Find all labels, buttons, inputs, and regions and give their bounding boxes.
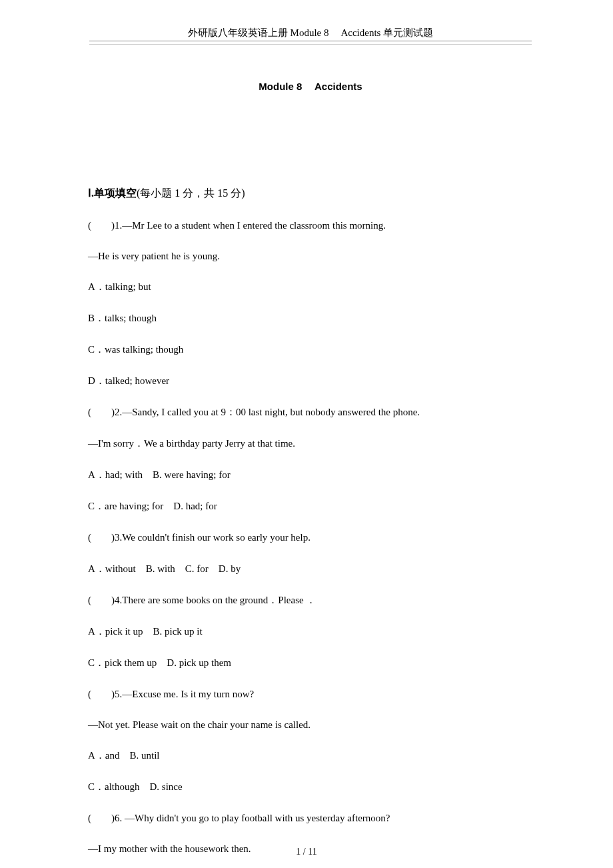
option-line: C．are having; for D. had; for [88, 500, 533, 513]
question-text: There are some books on the ground．Pleas… [122, 595, 306, 605]
header-text: 外研版八年级英语上册 Module 8 Accidents 单元测试题 [188, 27, 433, 38]
question-number: ( )6. [88, 813, 122, 823]
option-line: A．had; with B. were having; for [88, 469, 533, 481]
option-text: B．talks; though [88, 313, 157, 323]
option-line: C．pick them up D. pick up them [88, 657, 533, 669]
section-1-title: Ⅰ.单项填空(每小题 1 分，共 15 分) [88, 187, 533, 201]
question-1-prompt: ( )1.—Mr Lee to a student when I entered… [88, 219, 533, 232]
option-text: A．without B. with C. for D. by [88, 563, 241, 574]
section-1-scoring: (每小题 1 分，共 15 分) [137, 187, 245, 199]
question-5-line2: —Not yet. Please wait on the chair your … [88, 719, 533, 731]
option-d: D．talked; however [88, 375, 533, 387]
option-text: D．talked; however [88, 375, 169, 386]
question-number: ( )3. [88, 532, 122, 543]
option-line: A．pick it up B. pick up it [88, 625, 533, 638]
question-text: We couldn't finish our work so early [122, 532, 270, 543]
question-text: —Mr Lee [122, 220, 164, 231]
option-line: A．and B. until [88, 749, 533, 762]
option-text: A．pick it up B. pick up it [88, 626, 203, 637]
module-title: Module 8 Accidents [88, 81, 533, 93]
page: 外研版八年级英语上册 Module 8 Accidents 单元测试题 Modu… [0, 0, 613, 868]
question-text: —I'm sorry．We [88, 438, 159, 449]
option-text: A．and B. until [88, 750, 160, 761]
question-number: ( )1. [88, 220, 122, 231]
question-text: he is young. [171, 251, 220, 261]
question-4-prompt: ( )4.There are some books on the ground．… [88, 594, 533, 607]
page-number: 1 / 11 [296, 847, 316, 857]
header-rule-2 [89, 44, 532, 45]
option-a: A．talking; but [88, 281, 533, 293]
question-text: your help. [270, 532, 310, 543]
question-6-prompt: ( )6. —Why didn't you go to play footbal… [88, 812, 533, 825]
question-text: ． [306, 595, 316, 605]
option-line: A．without B. with C. for D. by [88, 563, 533, 575]
header-rule [89, 41, 532, 41]
option-line: C．although D. since [88, 781, 533, 793]
question-1-line2: —He is very patient he is young. [88, 251, 533, 262]
question-text: to a student when I entered the classroo… [165, 220, 386, 231]
option-text: A．had; with B. were having; for [88, 469, 231, 480]
question-text: —Why didn't you go to play football with… [122, 813, 390, 823]
option-text: C．pick them up D. pick up them [88, 657, 231, 668]
question-3-prompt: ( )3.We couldn't finish our work so earl… [88, 531, 533, 544]
title-text: Module 8 Accidents [259, 81, 362, 92]
question-text: —Excuse me. Is it my turn now? [122, 689, 254, 699]
option-b: B．talks; though [88, 312, 533, 325]
question-text: a birthday party [159, 438, 225, 449]
question-2-prompt: ( )2.—Sandy, I called you at 9：00 last n… [88, 406, 533, 419]
question-number: ( )5. [88, 689, 122, 699]
question-text: —Not yet. Please wait on the chair [88, 719, 230, 730]
question-number: ( )4. [88, 595, 122, 605]
page-footer: 1 / 11 [0, 847, 613, 857]
option-text: C．although D. since [88, 781, 183, 792]
option-c: C．was talking; though [88, 343, 533, 356]
page-header: 外研版八年级英语上册 Module 8 Accidents 单元测试题 [88, 27, 533, 39]
question-5-prompt: ( )5.—Excuse me. Is it my turn now? [88, 688, 533, 701]
option-text: C．was talking; though [88, 344, 183, 355]
question-text: —He is very patient [88, 251, 171, 261]
option-text: C．are having; for D. had; for [88, 501, 217, 511]
question-text: —Sandy, I called you at 9：00 last night,… [122, 407, 420, 417]
option-text: A．talking; but [88, 281, 151, 292]
question-text: Jerry at that time. [225, 438, 295, 449]
section-1-label: Ⅰ.单项填空 [88, 187, 137, 199]
question-text: your name is called. [230, 719, 310, 730]
question-2-line2: —I'm sorry．We a birthday party Jerry at … [88, 437, 533, 450]
question-number: ( )2. [88, 407, 122, 417]
